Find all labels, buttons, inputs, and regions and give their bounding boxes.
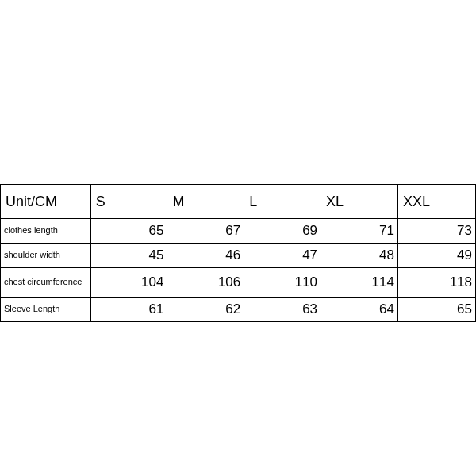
cell: 114 (321, 268, 398, 298)
header-row: Unit/CM S M L XL XXL (1, 185, 476, 219)
row-label: shoulder width (1, 244, 91, 268)
cell: 104 (90, 268, 167, 298)
size-col-xl: XL (321, 185, 398, 219)
cell: 65 (397, 298, 475, 322)
size-col-s: S (90, 185, 167, 219)
table-row: chest circumference 104 106 110 114 118 (1, 268, 476, 298)
size-col-l: L (244, 185, 321, 219)
cell: 48 (321, 244, 398, 268)
cell: 64 (321, 298, 398, 322)
cell: 67 (167, 219, 244, 244)
cell: 69 (244, 219, 321, 244)
cell: 46 (167, 244, 244, 268)
size-chart-table: Unit/CM S M L XL XXL clothes length 65 6… (0, 184, 476, 322)
cell: 63 (244, 298, 321, 322)
cell: 110 (244, 268, 321, 298)
cell: 65 (90, 219, 167, 244)
cell: 47 (244, 244, 321, 268)
cell: 49 (397, 244, 475, 268)
cell: 61 (90, 298, 167, 322)
cell: 62 (167, 298, 244, 322)
table-row: shoulder width 45 46 47 48 49 (1, 244, 476, 268)
row-label: chest circumference (1, 268, 91, 298)
cell: 45 (90, 244, 167, 268)
cell: 106 (167, 268, 244, 298)
unit-header: Unit/CM (1, 185, 91, 219)
size-col-m: M (167, 185, 244, 219)
table-row: clothes length 65 67 69 71 73 (1, 219, 476, 244)
row-label: Sleeve Length (1, 298, 91, 322)
cell: 71 (321, 219, 398, 244)
cell: 118 (397, 268, 475, 298)
table-row: Sleeve Length 61 62 63 64 65 (1, 298, 476, 322)
size-col-xxl: XXL (397, 185, 475, 219)
row-label: clothes length (1, 219, 91, 244)
cell: 73 (397, 219, 475, 244)
